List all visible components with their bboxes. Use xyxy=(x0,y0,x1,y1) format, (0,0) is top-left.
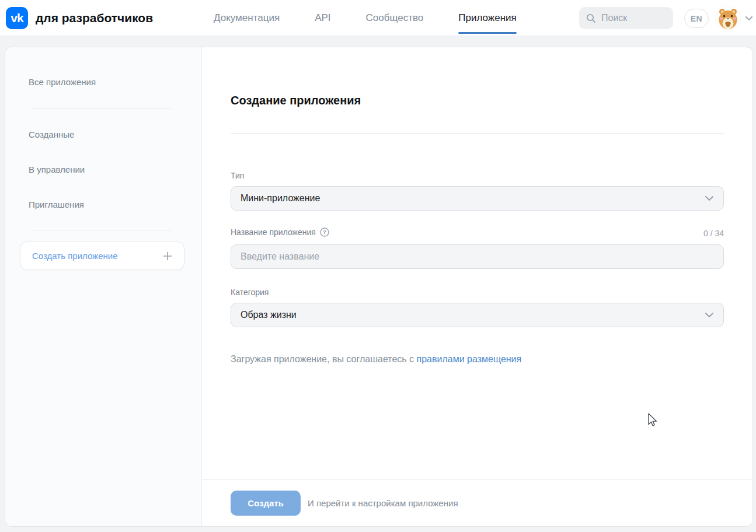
nav-item-apps[interactable]: Приложения xyxy=(458,0,516,36)
create-app-panel: Создание приложения Тип Мини-приложение … xyxy=(202,47,752,526)
sidebar-divider xyxy=(32,230,172,230)
language-toggle-button[interactable]: EN xyxy=(684,9,709,28)
nav-item-documentation[interactable]: Документация xyxy=(214,0,280,36)
nav-item-api[interactable]: API xyxy=(315,0,330,36)
sidebar-item-invitations[interactable]: Приглашения xyxy=(5,200,201,210)
type-select[interactable]: Мини-приложение xyxy=(231,186,724,211)
plus-icon xyxy=(163,251,172,261)
name-field-label: Название приложения xyxy=(231,228,316,237)
agreement-prefix: Загружая приложение, вы соглашаетесь с xyxy=(231,354,417,364)
category-select-value: Образ жизни xyxy=(241,310,705,320)
search-icon xyxy=(586,13,596,23)
user-avatar[interactable] xyxy=(715,5,741,31)
create-submit-button[interactable]: Создать xyxy=(231,491,301,516)
chevron-down-icon xyxy=(705,195,714,201)
brand-title: для разработчиков xyxy=(36,11,153,25)
type-field-label: Тип xyxy=(231,171,244,180)
home-logo-link[interactable]: vk для разработчиков xyxy=(6,0,153,36)
content-card: Все приложения Созданные В управлении Пр… xyxy=(5,47,753,527)
name-char-counter: 0 / 34 xyxy=(703,229,724,238)
sidebar-item-all-apps[interactable]: Все приложения xyxy=(5,77,201,88)
search-input[interactable] xyxy=(601,13,666,23)
name-field-label-row: Название приложения ? xyxy=(231,228,329,237)
vk-logo-icon: vk xyxy=(6,7,28,29)
sidebar-item-managed[interactable]: В управлении xyxy=(5,164,201,175)
create-app-button[interactable]: Создать приложение xyxy=(20,242,184,270)
top-navbar: vk для разработчиков Документация API Со… xyxy=(0,0,756,36)
footer-divider xyxy=(202,479,752,480)
type-select-value: Мини-приложение xyxy=(241,193,705,204)
apps-sidebar: Все приложения Созданные В управлении Пр… xyxy=(5,47,202,526)
category-field-label: Категория xyxy=(231,288,269,297)
sidebar-item-created[interactable]: Созданные xyxy=(5,130,201,140)
placement-rules-link[interactable]: правилами размещения xyxy=(417,354,522,364)
hamster-avatar-image xyxy=(715,5,741,31)
agreement-text: Загружая приложение, вы соглашаетесь с п… xyxy=(231,354,521,365)
name-input[interactable] xyxy=(241,251,714,262)
svg-text:?: ? xyxy=(323,229,326,235)
name-input-field[interactable] xyxy=(231,244,724,269)
category-select[interactable]: Образ жизни xyxy=(231,303,724,327)
submit-hint-text: И перейти к настройкам приложения xyxy=(308,498,458,508)
search-box[interactable] xyxy=(579,7,673,29)
chevron-down-icon xyxy=(705,312,714,318)
question-icon[interactable]: ? xyxy=(320,228,329,237)
main-nav: Документация API Сообщество Приложения xyxy=(214,0,517,36)
page-title: Создание приложения xyxy=(231,94,361,107)
profile-menu-chevron-icon[interactable] xyxy=(745,16,753,21)
sidebar-divider xyxy=(32,108,172,109)
nav-item-community[interactable]: Сообщество xyxy=(366,0,424,36)
title-divider xyxy=(231,133,724,134)
create-app-label: Создать приложение xyxy=(32,251,163,261)
